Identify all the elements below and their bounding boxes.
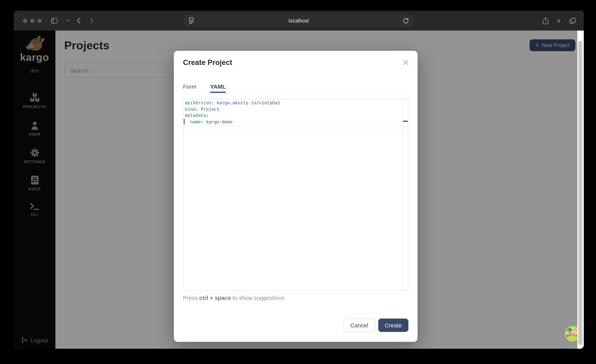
forward-icon[interactable] [90, 18, 94, 24]
editor-line: apiVersion: kargo.akuity.io/v1alpha1 [185, 100, 402, 106]
back-icon[interactable] [77, 18, 81, 24]
editor-lines: apiVersion: kargo.akuity.io/v1alpha1 kin… [185, 100, 402, 125]
chevron-down-icon[interactable] [67, 20, 70, 22]
tab-overview-icon[interactable] [569, 17, 576, 24]
url-text: localhost [185, 18, 413, 23]
screen: localhost + [0, 0, 596, 364]
new-tab-plus-icon[interactable]: + [557, 17, 561, 25]
zoom-window-button[interactable] [37, 19, 42, 23]
editor-ruler-cursor-mark [403, 121, 408, 122]
cancel-button[interactable]: Cancel [344, 319, 375, 332]
close-window-button[interactable] [23, 19, 27, 23]
reload-icon[interactable] [403, 18, 409, 26]
hint-shortcut: ctrl + space [199, 295, 231, 301]
create-project-modal: Create Project Form YAML ap [174, 51, 417, 342]
editor-line: metadata: [185, 112, 402, 119]
editor-line: name: kargo-demo [185, 119, 402, 125]
toolbar-divider [62, 17, 63, 24]
page-viewport: kargo dev PROJECTS [14, 30, 584, 349]
editor-overview-ruler [402, 99, 403, 290]
scrollbar-track [577, 30, 584, 349]
modal-close-button[interactable] [400, 57, 411, 68]
active-tab-indicator [210, 92, 226, 93]
browser-window: localhost + [14, 11, 584, 349]
create-button[interactable]: Create [378, 319, 408, 332]
address-bar[interactable]: localhost [185, 15, 413, 26]
tab-yaml[interactable]: YAML [210, 83, 226, 92]
close-icon [403, 59, 409, 65]
scrollbar-thumb[interactable] [578, 41, 582, 345]
browser-titlebar: localhost + [14, 11, 584, 30]
editor-hint: Press ctrl + space to show suggestions [183, 295, 408, 301]
traffic-lights [23, 19, 42, 23]
sidebar-toggle-icon[interactable] [51, 18, 58, 23]
editor-line: kind: Project [185, 106, 402, 112]
tab-form[interactable]: Form [183, 83, 196, 92]
tab-yaml-label: YAML [210, 83, 226, 90]
yaml-editor[interactable]: apiVersion: kargo.akuity.io/v1alpha1 kin… [183, 99, 408, 291]
modal-tabs: Form YAML [183, 83, 408, 92]
modal-footer: Cancel Create [183, 319, 408, 332]
editor-cursor [184, 119, 184, 125]
modal-title: Create Project [183, 59, 408, 67]
editor-active-line [184, 126, 408, 131]
minimize-window-button[interactable] [30, 19, 34, 23]
share-icon[interactable] [542, 17, 548, 24]
